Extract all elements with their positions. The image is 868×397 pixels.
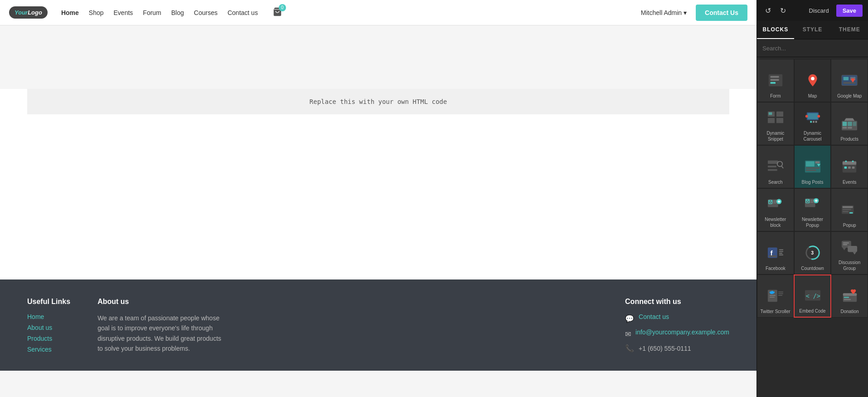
blocks-grid: Form Map bbox=[757, 57, 868, 397]
form-block[interactable]: Form bbox=[757, 59, 794, 102]
svg-rect-60 bbox=[805, 205, 814, 206]
discussion-group-block[interactable]: Discussion Group bbox=[831, 231, 868, 274]
svg-rect-84 bbox=[843, 244, 848, 245]
nav-forum[interactable]: Forum bbox=[143, 9, 161, 16]
embed-code-block-label: Embed Code bbox=[799, 308, 825, 314]
svg-rect-65 bbox=[843, 206, 853, 208]
svg-rect-75 bbox=[769, 255, 776, 257]
svg-rect-33 bbox=[768, 166, 776, 167]
newsletter-block[interactable]: Newsletter block bbox=[757, 188, 794, 231]
svg-rect-97 bbox=[844, 299, 850, 300]
svg-rect-86 bbox=[769, 295, 775, 296]
tab-theme[interactable]: THEME bbox=[831, 21, 868, 39]
nav-courses[interactable]: Courses bbox=[194, 9, 218, 16]
svg-rect-13 bbox=[768, 118, 775, 123]
chat-icon: 💬 bbox=[625, 314, 634, 323]
popup-block[interactable]: Popup bbox=[831, 188, 868, 231]
svg-rect-9 bbox=[844, 77, 849, 80]
svg-rect-44 bbox=[848, 167, 851, 169]
svg-rect-21 bbox=[810, 121, 812, 123]
sidebar-tabs: BLOCKS STYLE THEME bbox=[757, 21, 868, 39]
footer-link-services[interactable]: Services bbox=[27, 346, 70, 353]
events-icon bbox=[839, 157, 859, 176]
embed-code-block[interactable]: < /> Embed Code bbox=[794, 274, 831, 318]
events-block[interactable]: Events bbox=[831, 145, 868, 188]
nav-events[interactable]: Events bbox=[114, 9, 133, 16]
contact-us-button[interactable]: Contact Us bbox=[696, 5, 747, 21]
footer-link-about[interactable]: About us bbox=[27, 324, 70, 331]
undo-button[interactable]: ↺ bbox=[762, 5, 774, 17]
countdown-block-label: Countdown bbox=[801, 265, 824, 271]
svg-rect-39 bbox=[805, 170, 816, 171]
sidebar-search bbox=[757, 39, 868, 57]
footer-link-home[interactable]: Home bbox=[27, 313, 70, 320]
discussion-group-block-label: Discussion Group bbox=[833, 260, 866, 271]
blocks-row-4: Newsletter block News bbox=[757, 188, 868, 231]
newsletter-popup-block[interactable]: Newsletter Popup bbox=[794, 188, 831, 231]
svg-rect-16 bbox=[769, 113, 772, 115]
svg-point-46 bbox=[845, 161, 847, 162]
newsletter-block-label: Newsletter block bbox=[759, 216, 792, 228]
svg-rect-67 bbox=[843, 211, 849, 212]
svg-point-6 bbox=[811, 77, 815, 80]
connect-email-link[interactable]: info@yourcompany.example.com bbox=[635, 328, 729, 336]
svg-rect-45 bbox=[852, 167, 855, 169]
donation-block[interactable]: Donation bbox=[831, 274, 868, 318]
svg-rect-27 bbox=[853, 122, 857, 126]
blog-posts-block-label: Blog Posts bbox=[802, 179, 824, 185]
connect-contact-link[interactable]: Contact us bbox=[639, 313, 669, 320]
twitter-scroller-block[interactable]: Twitter Scroller bbox=[757, 274, 794, 318]
search-input[interactable] bbox=[762, 45, 863, 52]
dynamic-carousel-block[interactable]: Dynamic Carousel bbox=[794, 102, 831, 145]
nav-shop[interactable]: Shop bbox=[89, 9, 104, 16]
popup-icon bbox=[839, 200, 859, 220]
svg-rect-2 bbox=[770, 76, 779, 78]
map-block-label: Map bbox=[808, 93, 817, 99]
form-icon bbox=[766, 70, 786, 90]
tab-style[interactable]: STYLE bbox=[794, 21, 831, 39]
nav-links: Home Shop Events Forum Blog Courses Cont… bbox=[61, 7, 641, 19]
facebook-block[interactable]: f Facebook bbox=[757, 231, 794, 274]
google-map-block[interactable]: Google Map bbox=[831, 59, 868, 102]
countdown-block[interactable]: 3 Countdown bbox=[794, 231, 831, 274]
search-block[interactable]: Search bbox=[757, 145, 794, 188]
sidebar: ↺ ↻ Discard Save BLOCKS STYLE THEME bbox=[756, 0, 868, 397]
svg-point-19 bbox=[805, 115, 808, 118]
svg-rect-30 bbox=[768, 161, 778, 164]
nav-contact[interactable]: Contact us bbox=[228, 9, 258, 16]
connect-contact: 💬 Contact us bbox=[625, 313, 729, 324]
svg-rect-18 bbox=[807, 113, 818, 119]
newsletter-popup-block-label: Newsletter Popup bbox=[796, 216, 829, 228]
footer-link-products[interactable]: Products bbox=[27, 335, 70, 342]
admin-area: Mitchell Admin ▾ Contact Us bbox=[641, 5, 747, 21]
svg-rect-34 bbox=[768, 169, 777, 171]
products-block[interactable]: Products bbox=[831, 102, 868, 145]
twitter-scroller-icon bbox=[766, 286, 786, 306]
admin-menu-button[interactable]: Mitchell Admin ▾ bbox=[641, 9, 687, 16]
cart-icon[interactable]: 0 bbox=[272, 7, 282, 19]
svg-text:< />: < /> bbox=[805, 293, 820, 299]
search-icon bbox=[766, 157, 786, 176]
svg-rect-36 bbox=[805, 162, 814, 167]
main-area: YourLogo Home Shop Events Forum Blog Cou… bbox=[0, 0, 756, 397]
blog-posts-block[interactable]: Blog Posts bbox=[794, 145, 831, 188]
nav-blog[interactable]: Blog bbox=[171, 9, 184, 16]
svg-rect-74 bbox=[779, 255, 783, 255]
svg-rect-90 bbox=[778, 295, 782, 296]
google-map-icon bbox=[839, 70, 859, 90]
map-block[interactable]: Map bbox=[794, 59, 831, 102]
donation-icon bbox=[840, 286, 860, 306]
svg-rect-14 bbox=[776, 112, 783, 117]
svg-rect-26 bbox=[848, 122, 852, 126]
discard-button[interactable]: Discard bbox=[805, 5, 833, 16]
svg-rect-51 bbox=[773, 202, 776, 203]
dynamic-snippet-block[interactable]: Dynamic Snippet bbox=[757, 102, 794, 145]
events-block-label: Events bbox=[843, 179, 857, 185]
nav-home[interactable]: Home bbox=[61, 9, 79, 16]
footer-about: About us We are a team of passionate peo… bbox=[97, 298, 224, 357]
tab-blocks[interactable]: BLOCKS bbox=[757, 21, 794, 39]
redo-button[interactable]: ↻ bbox=[777, 5, 789, 17]
svg-rect-73 bbox=[779, 253, 782, 254]
save-button[interactable]: Save bbox=[836, 5, 863, 17]
connect-phone: 📞 +1 (650) 555-0111 bbox=[625, 344, 729, 353]
